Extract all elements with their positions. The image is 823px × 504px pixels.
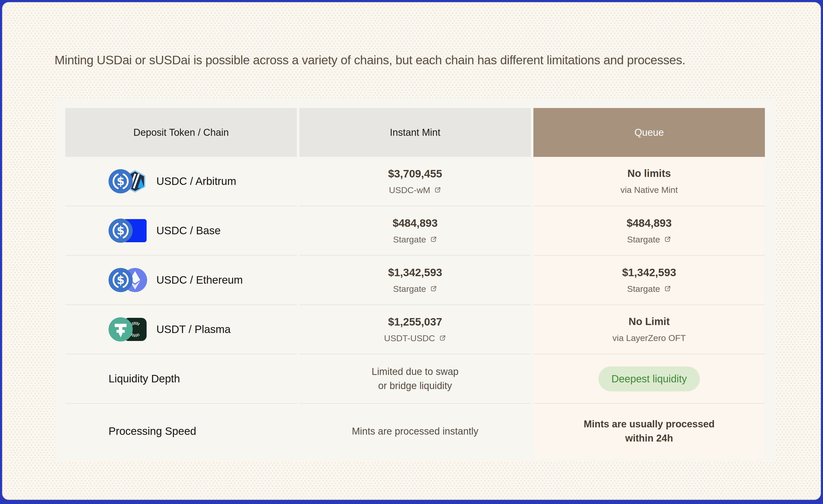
external-link-icon (664, 285, 671, 293)
queue-cell: $484,893 Stargate (533, 206, 765, 256)
token-row-usdc-arbitrum: $ USDC / Arbitrum (65, 157, 297, 206)
instant-mint-value: $1,342,593 (388, 267, 442, 279)
row-label: Processing Speed (109, 425, 196, 438)
token-label: USDC / Base (156, 224, 221, 237)
token-label: USDT / Plasma (156, 323, 231, 336)
instant-mint-value: $484,893 (392, 217, 438, 229)
queue-value: $484,893 (627, 217, 671, 229)
external-link-icon (439, 334, 446, 342)
instant-mint-value: $3,709,455 (388, 168, 442, 180)
queue-note: via Native Mint (621, 185, 678, 195)
usdc-wm-link[interactable]: USDC-wM (389, 185, 441, 195)
usdt-icon (109, 317, 133, 341)
usdc-icon: $ (109, 169, 133, 193)
instant-mint-cell: $484,893 Stargate (299, 206, 531, 256)
usdc-icon: $ (109, 218, 133, 243)
token-row-usdt-plasma: USDT / Plasma (65, 305, 297, 354)
queue-value: $1,342,593 (622, 267, 676, 279)
svg-text:$: $ (117, 175, 125, 188)
svg-text:$: $ (117, 273, 125, 287)
instant-mint-cell: Mints are processed instantly (299, 404, 531, 459)
processing-note: Mints are processed instantly (352, 426, 478, 437)
header-instant-mint: Instant Mint (299, 108, 531, 157)
row-label: Liquidity Depth (109, 373, 180, 385)
row-processing-speed: Processing Speed (65, 404, 297, 459)
liquidity-note: Limited due to swap or bridge liquidity (372, 365, 459, 393)
queue-processing-note: Mints are usually processed within 24h (584, 417, 715, 445)
instant-mint-cell: $1,342,593 Stargate (299, 256, 531, 305)
stargate-link[interactable]: Stargate (627, 234, 671, 244)
queue-value: No Limit (629, 316, 670, 327)
queue-note: via LayerZero OFT (612, 333, 686, 343)
instant-mint-value: $1,255,037 (388, 316, 442, 328)
header-deposit-token-chain: Deposit Token / Chain (65, 108, 297, 157)
stargate-link[interactable]: Stargate (393, 234, 437, 244)
queue-cell: No limits via Native Mint (533, 157, 765, 206)
usdc-icon: $ (109, 268, 133, 292)
content-card: Minting USDai or sUSDai is possible acro… (2, 2, 821, 500)
external-link-icon (430, 285, 437, 293)
svg-text:$: $ (117, 224, 125, 237)
row-liquidity-depth: Liquidity Depth (65, 354, 297, 404)
queue-cell: $1,342,593 Stargate (533, 256, 765, 305)
external-link-icon (430, 235, 437, 243)
token-label: USDC / Ethereum (156, 274, 243, 286)
usdt-usdc-link[interactable]: USDT-USDC (384, 333, 446, 343)
instant-mint-cell: $1,255,037 USDT-USDC (299, 305, 531, 354)
instant-mint-cell: $3,709,455 USDC-wM (299, 157, 531, 206)
queue-value: No limits (628, 168, 671, 179)
token-row-usdc-base: $ USDC / Base (65, 206, 297, 256)
token-row-usdc-ethereum: $ USDC / Ethereum (65, 256, 297, 305)
queue-cell: Mints are usually processed within 24h (533, 404, 765, 459)
header-queue: Queue (533, 108, 765, 157)
deepest-liquidity-badge: Deepest liquidity (599, 366, 700, 391)
comparison-table: Deposit Token / Chain Instant Mint Queue (55, 100, 775, 461)
token-label: USDC / Arbitrum (156, 175, 236, 187)
external-link-icon (434, 186, 441, 194)
queue-cell: Deepest liquidity (533, 354, 765, 404)
external-link-icon (664, 235, 671, 243)
stargate-link[interactable]: Stargate (393, 284, 437, 294)
instant-mint-cell: Limited due to swap or bridge liquidity (299, 354, 531, 404)
stargate-link[interactable]: Stargate (627, 284, 671, 294)
queue-cell: No Limit via LayerZero OFT (533, 305, 765, 354)
intro-text: Minting USDai or sUSDai is possible acro… (54, 53, 685, 67)
